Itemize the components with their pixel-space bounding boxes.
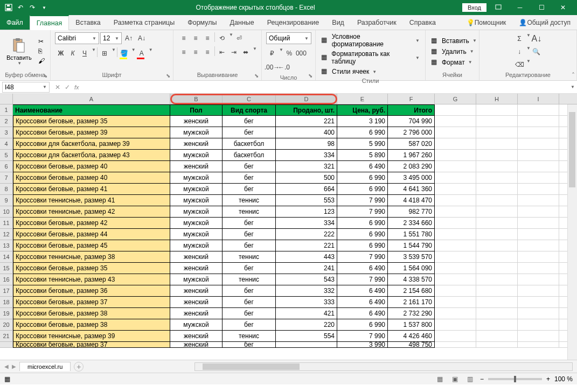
cell[interactable]: мужской (170, 150, 223, 161)
row-header[interactable]: 7 (0, 172, 13, 184)
bold-button[interactable]: Ж (55, 47, 67, 59)
cell[interactable]: бег (223, 342, 276, 348)
cell[interactable]: 498 750 (388, 342, 435, 348)
row-header[interactable]: 21 (0, 331, 13, 342)
number-launcher[interactable]: ⬊ (307, 72, 314, 79)
cell[interactable] (435, 308, 476, 319)
cell[interactable]: бег (223, 127, 276, 138)
cell[interactable] (476, 206, 518, 218)
cell[interactable]: мужской (170, 240, 223, 251)
row-header[interactable]: 11 (0, 218, 13, 229)
tab-formulas[interactable]: Формулы (181, 15, 223, 30)
tab-insert[interactable]: Вставка (69, 15, 107, 30)
col-header-B[interactable]: B (170, 94, 223, 104)
row-header[interactable]: 9 (0, 195, 13, 206)
cell[interactable]: мужской (170, 206, 223, 218)
redo-icon[interactable]: ↷ (28, 3, 37, 12)
cell[interactable]: Кроссовки беговые, размер 40 (13, 172, 170, 184)
cell[interactable] (476, 297, 518, 308)
row-header[interactable]: 18 (0, 297, 13, 308)
increase-decimal-icon[interactable]: .00→ (266, 61, 278, 73)
cell[interactable] (435, 319, 476, 331)
sheet-nav-prev[interactable]: ◀ (4, 363, 9, 369)
cell[interactable]: 334 (276, 218, 337, 229)
cell[interactable]: 4 426 460 (388, 331, 435, 342)
name-box[interactable]: I48▼ (2, 82, 50, 93)
cell[interactable]: мужской (170, 274, 223, 285)
cell[interactable]: 6 990 (337, 319, 388, 331)
cell[interactable]: 6 490 (337, 161, 388, 172)
cell[interactable]: Кроссовки беговые, размер 41 (13, 184, 170, 195)
row-header[interactable]: 3 (0, 127, 13, 138)
cell[interactable]: 6 990 (337, 218, 388, 229)
cell[interactable] (435, 263, 476, 274)
cell[interactable] (435, 206, 476, 218)
cell[interactable] (476, 195, 518, 206)
minimize-icon[interactable]: ─ (510, 2, 530, 13)
sheet-nav-next[interactable]: ▶ (12, 363, 16, 369)
insert-cells[interactable]: ▦Вставить▼ (430, 36, 478, 46)
cell[interactable]: бег (223, 229, 276, 240)
cell[interactable]: Кроссовки беговые, размер 38 (13, 308, 170, 319)
tab-developer[interactable]: Разработчик (351, 15, 403, 30)
cell[interactable]: 543 (276, 274, 337, 285)
tab-home[interactable]: Главная (30, 15, 69, 30)
italic-button[interactable]: К (67, 47, 79, 59)
cell[interactable]: бег (223, 297, 276, 308)
merge-icon[interactable]: ⬌ (240, 46, 252, 58)
cell[interactable] (435, 240, 476, 251)
cell[interactable]: 1 967 260 (388, 150, 435, 161)
cell[interactable]: 3 495 000 (388, 172, 435, 184)
cell[interactable]: 4 338 570 (388, 274, 435, 285)
fill-color-icon[interactable]: 🪣 (119, 47, 130, 59)
cell[interactable]: 2 083 290 (388, 161, 435, 172)
row-header[interactable]: 19 (0, 308, 13, 319)
row-header[interactable]: 12 (0, 229, 13, 240)
cell[interactable]: бег (223, 319, 276, 331)
cell[interactable]: 321 (276, 161, 337, 172)
cell[interactable]: женский (170, 297, 223, 308)
cell[interactable]: 6 490 (337, 297, 388, 308)
underline-button[interactable]: Ч (79, 47, 91, 59)
cell[interactable]: 6 990 (337, 127, 388, 138)
cell[interactable] (435, 161, 476, 172)
cell[interactable]: мужской (170, 184, 223, 195)
fill-icon[interactable]: ↓ (513, 46, 525, 58)
cell[interactable]: мужской (170, 319, 223, 331)
align-middle-icon[interactable]: ≡ (190, 32, 201, 44)
cell[interactable]: 7 990 (337, 251, 388, 263)
align-left-icon[interactable]: ≡ (178, 46, 190, 58)
cell[interactable]: мужской (170, 127, 223, 138)
cell[interactable]: 554 (276, 331, 337, 342)
orientation-icon[interactable]: ⟲ (216, 32, 228, 44)
cell[interactable] (435, 251, 476, 263)
cell[interactable]: мужской (170, 172, 223, 184)
cell[interactable] (518, 342, 559, 348)
cell[interactable] (476, 263, 518, 274)
row-header[interactable] (0, 342, 13, 348)
cell[interactable] (518, 138, 559, 150)
cell[interactable]: 333 (276, 297, 337, 308)
cell[interactable]: Кроссовки беговые, размер 45 (13, 240, 170, 251)
cell[interactable] (518, 172, 559, 184)
cell[interactable] (476, 285, 518, 297)
decrease-indent-icon[interactable]: ⇤ (216, 46, 228, 58)
cell[interactable] (518, 308, 559, 319)
cell[interactable]: Кроссовки беговые, размер 37 (13, 342, 170, 348)
cell[interactable] (476, 127, 518, 138)
cell[interactable]: женский (170, 308, 223, 319)
cell[interactable]: 6 990 (337, 240, 388, 251)
qat-customize-icon[interactable]: ▼ (40, 3, 48, 12)
copy-icon[interactable]: ⎘ (38, 47, 47, 56)
percent-icon[interactable]: % (283, 47, 295, 59)
cell[interactable]: 334 (276, 150, 337, 161)
cell[interactable] (476, 308, 518, 319)
cell[interactable] (518, 206, 559, 218)
alignment-launcher[interactable]: ⬊ (253, 72, 260, 79)
cell[interactable] (518, 229, 559, 240)
undo-icon[interactable]: ↶ (16, 3, 25, 12)
row-header[interactable]: 10 (0, 206, 13, 218)
cell[interactable]: женский (170, 285, 223, 297)
cell[interactable] (518, 127, 559, 138)
cell[interactable]: 553 (276, 195, 337, 206)
